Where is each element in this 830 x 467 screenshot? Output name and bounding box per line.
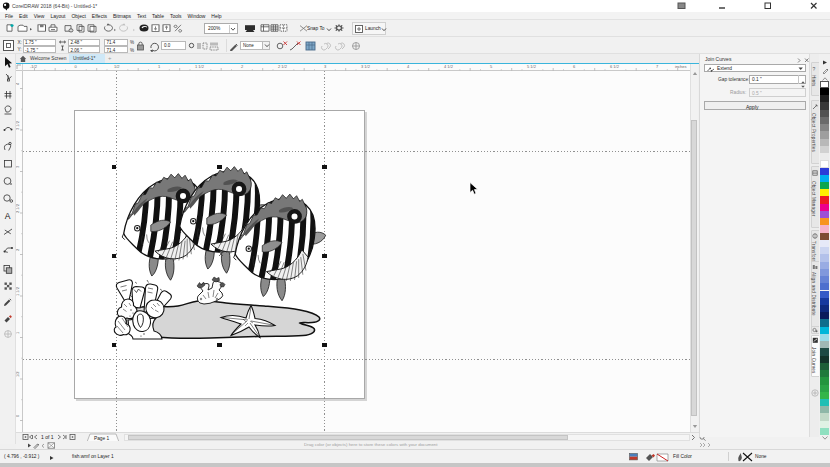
svg-text:3: 3 xyxy=(16,165,20,168)
svg-text:Page 1: Page 1 xyxy=(94,435,110,440)
svg-text:1 1/2: 1 1/2 xyxy=(16,286,20,296)
svg-text:1 of 1: 1 of 1 xyxy=(41,434,54,440)
svg-text:4: 4 xyxy=(16,82,20,85)
svg-text:2: 2 xyxy=(241,64,244,69)
svg-text:5: 5 xyxy=(490,64,493,69)
svg-text:inches: inches xyxy=(675,64,687,69)
svg-text:1: 1 xyxy=(16,331,20,334)
svg-text:1/2: 1/2 xyxy=(16,370,20,376)
svg-text:2 1/2: 2 1/2 xyxy=(278,64,288,69)
svg-text:5 1/2: 5 1/2 xyxy=(527,64,537,69)
svg-text:2 1/2: 2 1/2 xyxy=(16,203,20,213)
svg-text:2: 2 xyxy=(16,248,20,251)
svg-text:1 1/2: 1 1/2 xyxy=(195,64,205,69)
svg-text:6 1/2: 6 1/2 xyxy=(610,64,620,69)
svg-text:7: 7 xyxy=(656,64,659,69)
svg-text:0: 0 xyxy=(16,414,20,417)
svg-text:1: 1 xyxy=(158,64,161,69)
svg-text:4: 4 xyxy=(407,64,410,69)
svg-text:1/2: 1/2 xyxy=(114,64,120,69)
svg-text:3 1/2: 3 1/2 xyxy=(16,120,20,130)
svg-text:3: 3 xyxy=(324,64,327,69)
svg-text:3 1/2: 3 1/2 xyxy=(361,64,371,69)
svg-text:A: A xyxy=(5,211,11,221)
svg-text:6: 6 xyxy=(573,64,576,69)
svg-text:4 1/2: 4 1/2 xyxy=(444,64,454,69)
svg-text:-1/2: -1/2 xyxy=(30,64,38,69)
svg-text:0: 0 xyxy=(75,64,78,69)
